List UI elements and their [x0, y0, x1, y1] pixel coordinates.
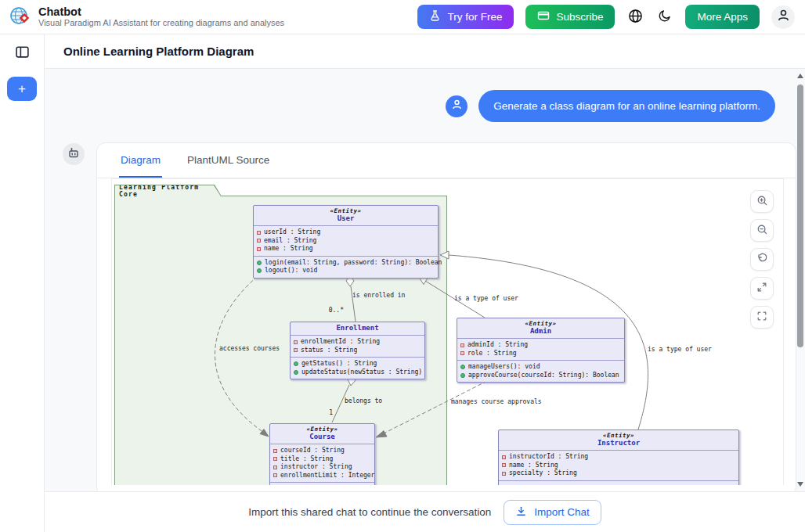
edge-label: is a type of user	[454, 295, 518, 303]
page-titlebar: Online Learning Platform Diagram	[45, 34, 805, 69]
panel-icon	[15, 45, 30, 62]
entity-name: Admin	[460, 327, 622, 336]
import-chat-button[interactable]: Import Chat	[504, 500, 601, 525]
attribute-icon	[460, 343, 464, 347]
app-title: Chatbot	[38, 5, 284, 18]
rotate-reset-icon	[756, 253, 768, 267]
attribute-icon	[273, 466, 277, 469]
download-icon	[515, 505, 527, 519]
zoom-in-button[interactable]	[750, 190, 774, 213]
dark-mode-moon-button[interactable]	[656, 7, 673, 27]
zoom-out-icon	[756, 224, 768, 238]
chat-scroll-area[interactable]: Generate a class diagram for an online l…	[45, 69, 805, 491]
user-message-row: Generate a class diagram for an online l…	[446, 90, 775, 122]
attribute-icon	[273, 449, 277, 453]
sidebar-toggle-button[interactable]	[15, 45, 30, 62]
subscribe-button[interactable]: Subscribe	[525, 5, 615, 29]
zoom-in-icon	[756, 195, 768, 209]
main-content: Online Learning Platform Diagram Generat…	[45, 34, 805, 532]
entity-admin: «Entity»AdminadminId : Stringrole : Stri…	[457, 318, 625, 383]
globe-icon	[628, 9, 643, 26]
entity-instructor: «Entity»InstructorinstructorId : Stringn…	[498, 430, 739, 485]
more-apps-button[interactable]: More Apps	[685, 5, 760, 29]
scrollbar-down-arrow[interactable]	[797, 482, 803, 487]
robot-icon	[67, 146, 80, 162]
attribute-icon	[257, 239, 261, 243]
attribute-icon	[460, 351, 464, 355]
language-globe-button[interactable]	[626, 7, 644, 27]
edge-label: is a type of user	[648, 346, 712, 354]
import-footer-text: Import this shared chat to continue the …	[248, 506, 491, 518]
attribute-icon	[294, 340, 298, 344]
reset-view-button[interactable]	[750, 248, 774, 271]
bot-response-row: DiagramPlantUML Source Learning Platform…	[63, 142, 796, 491]
method-icon	[460, 373, 465, 378]
zoom-out-button[interactable]	[750, 219, 774, 242]
brand: Chatbot Visual Paradigm AI Assistant for…	[9, 5, 284, 30]
moon-icon	[658, 9, 672, 25]
user-message-bubble: Generate a class diagram for an online l…	[478, 90, 775, 122]
vertical-scrollbar[interactable]	[797, 72, 803, 488]
person-icon	[777, 9, 790, 25]
entity-stereotype: «Entity»	[501, 432, 736, 439]
diagram-card: DiagramPlantUML Source Learning Platform…	[96, 142, 796, 491]
edge-admin-course	[376, 381, 487, 437]
scrollbar-thumb[interactable]	[797, 84, 803, 347]
attribute-icon	[273, 473, 277, 477]
method-icon	[294, 370, 298, 375]
edge-label: accesses courses	[219, 345, 280, 353]
app-header: Chatbot Visual Paradigm AI Assistant for…	[0, 0, 805, 34]
multiplicity-label: 0..*	[316, 307, 344, 315]
tab-diagram[interactable]: Diagram	[119, 143, 162, 178]
fullscreen-button[interactable]	[750, 306, 774, 329]
app-subtitle: Visual Paradigm AI Assistant for creatin…	[38, 18, 284, 28]
entity-name: Course	[273, 433, 372, 441]
diagram-tabs: DiagramPlantUML Source	[97, 143, 796, 178]
multiplicity-label: 1	[320, 409, 333, 417]
entity-stereotype: «Entity»	[273, 426, 372, 433]
sidebar: +	[0, 34, 45, 532]
diagram-viewport[interactable]: Learning Platform Core	[111, 178, 784, 485]
try-for-free-button[interactable]: Try for Free	[417, 5, 514, 29]
edge-label: is enrolled in	[352, 292, 405, 300]
flask-icon	[429, 9, 441, 24]
fullscreen-brackets-icon	[756, 311, 767, 324]
user-profile-avatar[interactable]	[771, 5, 795, 29]
entity-stereotype: «Entity»	[256, 207, 435, 214]
expand-arrows-icon	[756, 282, 767, 295]
tab-plantuml-source[interactable]: PlantUML Source	[186, 143, 271, 178]
attribute-icon	[502, 455, 506, 459]
entity-name: Instructor	[501, 439, 736, 448]
import-footer: Import this shared chat to continue the …	[45, 491, 805, 532]
edge-user-course	[215, 276, 269, 437]
edge-label: belongs to	[345, 397, 382, 405]
diagram-zoom-controls	[750, 190, 774, 329]
page-title: Online Learning Platform Diagram	[63, 45, 254, 58]
person-icon	[451, 99, 463, 113]
attribute-icon	[257, 231, 261, 235]
edge-label: manages course approvals	[451, 398, 542, 406]
attribute-icon	[257, 247, 261, 251]
new-chat-button[interactable]: +	[7, 77, 37, 101]
bot-avatar	[63, 143, 85, 165]
entity-user: «Entity»UseruserId : Stringemail : Strin…	[253, 205, 439, 279]
entity-course: «Entity»CoursecourseId : Stringtitle : S…	[269, 423, 375, 485]
entity-name: User	[256, 214, 435, 223]
method-icon	[257, 268, 262, 273]
method-icon	[294, 361, 298, 366]
expand-button[interactable]	[750, 277, 774, 300]
scrollbar-up-arrow[interactable]	[797, 74, 803, 78]
visual-paradigm-logo-icon	[9, 5, 31, 30]
entity-name: Enrollment	[293, 324, 422, 332]
entity-stereotype: «Entity»	[460, 320, 622, 327]
header-actions: Try for Free Subscribe	[417, 5, 795, 29]
attribute-icon	[502, 472, 506, 476]
method-icon	[257, 261, 262, 265]
attribute-icon	[502, 463, 506, 467]
attribute-icon	[273, 457, 277, 461]
method-icon	[460, 365, 465, 369]
attribute-icon	[294, 348, 298, 352]
credit-card-icon	[537, 9, 550, 24]
entity-enrollment: EnrollmentenrollmentId : Stringstatus : …	[290, 322, 425, 379]
user-message-avatar	[446, 95, 467, 117]
